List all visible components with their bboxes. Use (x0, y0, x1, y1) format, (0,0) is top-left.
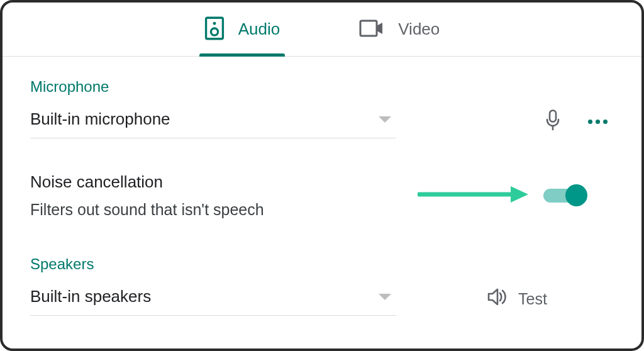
tab-audio-label: Audio (238, 20, 280, 39)
speakers-test-button[interactable]: Test (479, 284, 555, 314)
tab-video-label: Video (398, 20, 440, 39)
microphone-section: Microphone Built-in microphone (30, 78, 614, 138)
speakers-row: Built-in speakers Test (30, 282, 614, 316)
microphone-select[interactable]: Built-in microphone (30, 104, 396, 138)
noise-cancellation-title: Noise cancellation (30, 172, 326, 192)
speakers-section: Speakers Built-in speakers Test (30, 255, 614, 316)
microphone-level-indicator (540, 109, 565, 134)
microphone-more-button[interactable] (582, 113, 614, 130)
tabs-bar: Audio Video (3, 3, 641, 57)
arrow-right-icon (418, 184, 531, 207)
speaker-icon (204, 16, 225, 43)
tab-video[interactable]: Video (354, 3, 445, 56)
video-camera-icon (359, 20, 384, 40)
noise-cancellation-description: Filters out sound that isn't speech (30, 201, 326, 219)
svg-point-1 (213, 21, 216, 25)
microphone-section-label: Microphone (30, 78, 614, 96)
volume-icon (487, 287, 507, 310)
speakers-section-label: Speakers (30, 255, 614, 273)
microphone-row: Built-in microphone (30, 104, 614, 138)
speakers-test-label: Test (518, 290, 547, 308)
speakers-selected-value: Built-in speakers (30, 287, 151, 306)
svg-rect-4 (550, 111, 556, 122)
annotation-arrow-wrap (326, 184, 543, 207)
noise-cancellation-toggle[interactable] (543, 189, 584, 203)
chevron-down-icon (379, 294, 391, 300)
svg-rect-3 (360, 21, 377, 36)
chevron-down-icon (379, 116, 391, 123)
noise-cancellation-section: Noise cancellation Filters out sound tha… (30, 172, 614, 219)
microphone-selected-value: Built-in microphone (30, 109, 170, 129)
speakers-select[interactable]: Built-in speakers (30, 282, 396, 316)
audio-settings-content: Microphone Built-in microphone (3, 57, 641, 316)
microphone-icon (545, 109, 561, 133)
tab-audio[interactable]: Audio (199, 3, 286, 56)
noise-cancellation-text: Noise cancellation Filters out sound tha… (30, 172, 326, 219)
svg-point-2 (211, 28, 218, 35)
settings-modal: Audio Video Microphone Built-in micropho… (0, 0, 644, 351)
